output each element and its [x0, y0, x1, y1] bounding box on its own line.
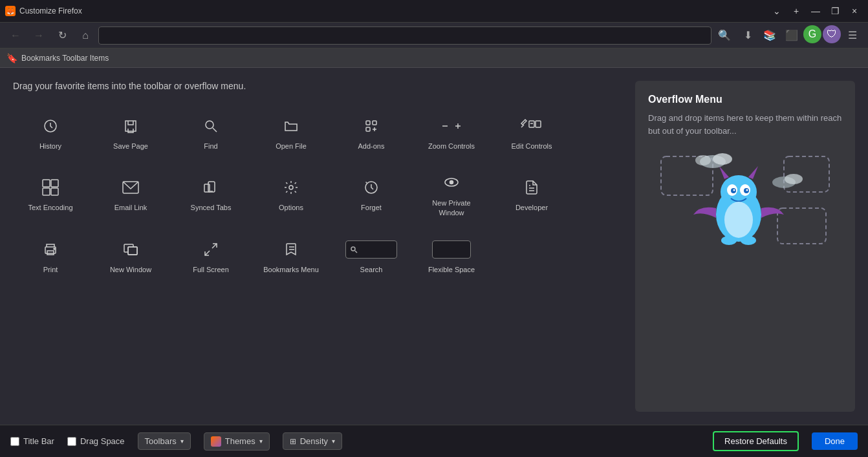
svg-point-59 [785, 174, 803, 184]
menu-button[interactable]: ☰ [842, 25, 863, 46]
text-encoding-icon [39, 176, 62, 199]
item-text-encoding[interactable]: Text Encoding [13, 164, 88, 225]
open-file-icon [279, 114, 303, 138]
density-label: Density [300, 436, 328, 446]
item-text-encoding-label: Text Encoding [28, 203, 72, 212]
container-button[interactable]: ⬛ [781, 25, 802, 46]
home-button[interactable]: ⌂ [75, 25, 96, 46]
nav-bar: ← → ↻ ⌂ 🔍 ⬇ 📚 ⬛ G 🛡 ☰ [0, 23, 868, 48]
forward-button[interactable]: → [28, 25, 49, 46]
density-dropdown[interactable]: ⊞ Density ▾ [283, 432, 342, 450]
svg-point-37 [351, 247, 355, 251]
close-button[interactable]: × [846, 3, 863, 19]
drag-space-checkbox[interactable] [67, 437, 76, 446]
drag-space-checkbox-group[interactable]: Drag Space [67, 436, 125, 446]
item-new-window-label: New Window [110, 265, 151, 274]
item-full-screen-label: Full Screen [193, 265, 229, 274]
bookmarks-toolbar-icon: 🔖 [6, 53, 17, 63]
svg-rect-15 [43, 188, 50, 195]
item-add-ons[interactable]: Add-ons [334, 107, 409, 158]
title-bar-controls: ⌄ + — ❐ × [768, 3, 863, 19]
restore-defaults-button[interactable]: Restore Defaults [713, 431, 799, 451]
back-button[interactable]: ← [5, 25, 26, 46]
item-search[interactable]: Search [334, 230, 409, 282]
item-history[interactable]: History [13, 107, 88, 158]
svg-point-24 [450, 181, 453, 184]
themes-arrow-icon: ▾ [259, 438, 263, 445]
add-ons-icon [360, 114, 383, 138]
shield-button[interactable]: 🛡 [823, 25, 841, 43]
item-email-link-label: Email Link [114, 203, 147, 212]
svg-rect-41 [777, 208, 826, 244]
item-zoom-controls-label: Zoom Controls [428, 142, 475, 151]
bottom-bar: Title Bar Drag Space Toolbars ▾ Themes ▾… [0, 425, 868, 457]
overflow-monster-svg [655, 150, 836, 253]
svg-rect-10 [529, 121, 534, 127]
themes-color-icon [211, 436, 221, 447]
new-private-window-icon [440, 171, 463, 195]
item-options-label: Options [279, 203, 303, 212]
title-bar-title: Customize Firefox [19, 6, 765, 16]
item-open-file[interactable]: Open File [254, 107, 329, 158]
themes-label: Themes [225, 436, 255, 446]
item-new-private-window-label: New Private Window [419, 198, 484, 217]
themes-dropdown[interactable]: Themes ▾ [204, 432, 270, 451]
done-button[interactable]: Done [812, 432, 858, 450]
item-forget[interactable]: Forget [334, 164, 409, 225]
item-synced-tabs[interactable]: Synced Tabs [173, 164, 248, 225]
nav-icons: ⬇ 📚 ⬛ G 🛡 ☰ [737, 25, 863, 46]
zoom-controls-icon [440, 114, 463, 138]
item-developer[interactable]: Developer [494, 164, 569, 225]
svg-line-34 [205, 251, 210, 255]
item-bookmarks-menu[interactable]: Bookmarks Menu [254, 230, 329, 282]
svg-point-50 [733, 189, 735, 191]
minimize-button[interactable]: — [807, 3, 824, 19]
library-button[interactable]: 📚 [759, 25, 780, 46]
main-content: Drag your favorite items into the toolba… [0, 68, 868, 425]
toolbars-dropdown[interactable]: Toolbars ▾ [138, 432, 191, 450]
title-bar: 🦊 Customize Firefox ⌄ + — ❐ × [0, 0, 868, 23]
item-options[interactable]: Options [254, 164, 329, 225]
email-link-icon [119, 176, 142, 199]
toolbar-items-area: Drag your favorite items into the toolba… [13, 81, 622, 412]
item-email-link[interactable]: Email Link [93, 164, 168, 225]
reload-button[interactable]: ↻ [52, 25, 72, 46]
restore-button[interactable]: ❐ [827, 3, 843, 19]
title-bar-checkbox[interactable] [10, 437, 19, 446]
downloads-button[interactable]: ⬇ [737, 25, 758, 46]
bookmarks-toolbar-label: Bookmarks Toolbar Items [21, 54, 109, 63]
new-tab-button[interactable]: + [788, 3, 805, 19]
account-button[interactable]: G [803, 25, 821, 43]
svg-point-57 [695, 155, 711, 165]
item-edit-controls[interactable]: Edit Controls [494, 107, 569, 158]
title-bar-checkbox-group[interactable]: Title Bar [10, 436, 54, 446]
item-zoom-controls[interactable]: Zoom Controls [414, 107, 489, 158]
svg-rect-28 [47, 251, 54, 255]
item-find[interactable]: Find [173, 107, 248, 158]
svg-rect-13 [43, 180, 50, 187]
svg-point-21 [289, 186, 293, 189]
new-window-icon [119, 238, 142, 261]
item-forget-label: Forget [361, 203, 382, 212]
svg-rect-31 [128, 247, 137, 255]
item-new-window[interactable]: New Window [93, 230, 168, 282]
edit-controls-icon [520, 114, 543, 138]
svg-line-33 [212, 244, 217, 248]
item-flexible-space-label: Flexible Space [428, 265, 475, 274]
url-bar[interactable] [98, 27, 711, 45]
svg-point-29 [54, 248, 55, 250]
item-save-page[interactable]: Save Page [93, 107, 168, 158]
history-icon [39, 114, 62, 138]
item-search-label: Search [360, 265, 383, 274]
search-button[interactable]: 🔍 [714, 25, 735, 46]
item-add-ons-label: Add-ons [358, 142, 385, 151]
item-new-private-window[interactable]: New Private Window [414, 164, 489, 225]
drag-hint: Drag your favorite items into the toolba… [13, 81, 622, 91]
item-flexible-space[interactable]: Flexible Space [414, 230, 489, 282]
item-full-screen[interactable]: Full Screen [173, 230, 248, 282]
svg-rect-5 [366, 127, 370, 131]
svg-rect-11 [536, 121, 541, 127]
svg-point-53 [721, 236, 737, 245]
tab-list-button[interactable]: ⌄ [768, 3, 785, 19]
item-print[interactable]: Print [13, 230, 88, 282]
